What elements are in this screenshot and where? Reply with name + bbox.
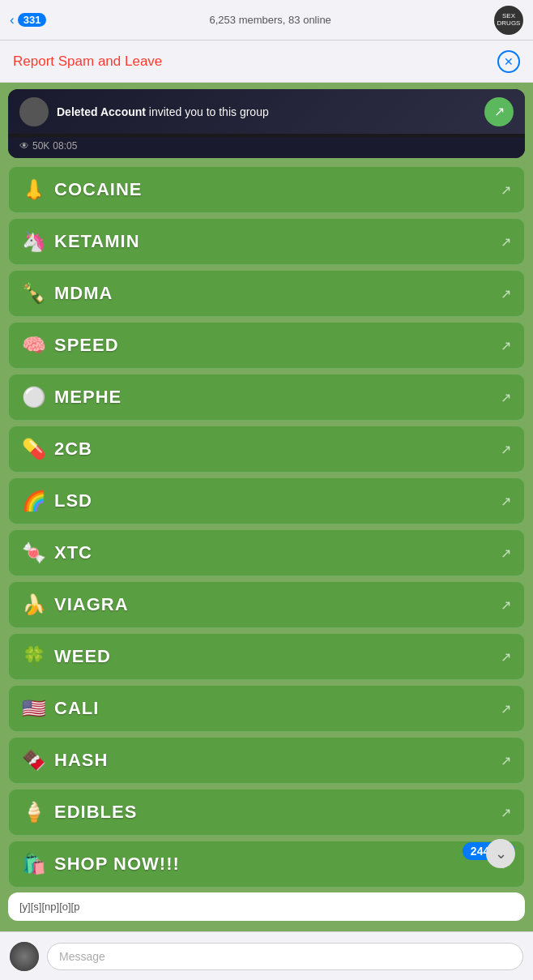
input-placeholder: Message: [59, 950, 105, 963]
xtc-emoji: 🍬: [22, 541, 46, 564]
menu-item-left: 🇺🇸 CALI: [22, 697, 99, 720]
back-badge: 331: [18, 13, 47, 27]
menu-item-left: 💊 2CB: [22, 438, 92, 460]
menu-item-left: 🍀 WEED: [22, 645, 111, 668]
bottom-bar: Message: [0, 931, 533, 980]
menu-item-speed[interactable]: 🧠 SPEED ↗: [8, 322, 525, 369]
view-count: 50K: [32, 140, 49, 152]
xtc-arrow-icon: ↗: [501, 546, 511, 561]
menu-item-cali[interactable]: 🇺🇸 CALI ↗: [8, 685, 525, 732]
group-icon-label: SEXDRUGS: [497, 13, 521, 28]
scroll-down-button[interactable]: ⌄: [486, 839, 515, 868]
message-input[interactable]: Message: [47, 943, 523, 970]
mdma-arrow-icon: ↗: [501, 286, 511, 302]
viagra-arrow-icon: ↗: [501, 597, 511, 613]
menu-item-mephe[interactable]: ⚪ MEPHE ↗: [8, 374, 525, 421]
cali-label: CALI: [54, 698, 99, 719]
menu-item-viagra[interactable]: 🍌 VIAGRA ↗: [8, 581, 525, 628]
menu-item-left: 🦄 KETAMIN: [22, 230, 140, 253]
top-bar: ‹ 331 6,253 members, 83 online SEXDRUGS: [0, 0, 533, 41]
menu-item-left: 🍾 MDMA: [22, 282, 113, 305]
weed-arrow-icon: ↗: [501, 649, 511, 665]
hash-arrow-icon: ↗: [501, 753, 511, 768]
user-avatar: [10, 942, 39, 971]
edibles-label: EDIBLES: [54, 802, 137, 823]
invite-sender: Deleted Account: [57, 105, 146, 118]
lsd-label: LSD: [54, 490, 92, 511]
back-button[interactable]: ‹ 331: [10, 12, 46, 28]
ketamin-emoji: 🦄: [22, 230, 46, 253]
close-icon: ✕: [504, 55, 514, 68]
menu-item-edibles[interactable]: 🍦 EDIBLES ↗: [8, 789, 525, 836]
top-bar-left: ‹ 331: [10, 12, 46, 28]
member-info: 6,253 members, 83 online: [210, 14, 331, 26]
mdma-emoji: 🍾: [22, 282, 46, 305]
menu-item-left: 🍦 EDIBLES: [22, 801, 137, 824]
spam-banner: Report Spam and Leave ✕: [0, 41, 533, 83]
menu-list: 👃 COCAINE ↗ 🦄 KETAMIN ↗ 🍾 MDMA ↗ 🧠 SPEED: [8, 166, 525, 888]
shop-label: SHOP NOW!!!: [54, 854, 180, 875]
invite-message: Deleted Account invited you to this grou…: [57, 105, 484, 118]
group-avatar[interactable]: SEXDRUGS: [494, 6, 523, 35]
weed-emoji: 🍀: [22, 645, 46, 668]
menu-item-left: 🌈 LSD: [22, 490, 92, 512]
share-icon: ↗: [494, 104, 505, 119]
lsd-emoji: 🌈: [22, 490, 46, 512]
edibles-emoji: 🍦: [22, 801, 46, 824]
mephe-arrow-icon: ↗: [501, 390, 511, 405]
menu-item-left: 🍌 VIAGRA: [22, 593, 129, 616]
menu-item-cocaine[interactable]: 👃 COCAINE ↗: [8, 166, 525, 213]
menu-item-hash[interactable]: 🍫 HASH ↗: [8, 737, 525, 784]
weed-label: WEED: [54, 646, 111, 667]
menu-item-lsd[interactable]: 🌈 LSD ↗: [8, 477, 525, 524]
menu-item-left: 🍫 HASH: [22, 749, 108, 772]
invite-bubble: Deleted Account invited you to this grou…: [8, 89, 525, 158]
speed-emoji: 🧠: [22, 334, 46, 357]
chevron-down-icon: ⌄: [495, 845, 507, 862]
share-button[interactable]: ↗: [484, 97, 514, 126]
viagra-label: VIAGRA: [54, 594, 129, 615]
cocaine-arrow-icon: ↗: [501, 182, 511, 198]
message-preview-text: [y][s][np][o][p: [19, 901, 79, 913]
menu-item-2cb[interactable]: 💊 2CB ↗: [8, 426, 525, 473]
menu-item-left: 🛍️ SHOP NOW!!!: [22, 853, 180, 875]
mephe-label: MEPHE: [54, 387, 122, 408]
eye-icon: 👁: [19, 140, 29, 152]
menu-item-left: 👃 COCAINE: [22, 178, 142, 201]
mdma-label: MDMA: [54, 283, 113, 304]
menu-item-xtc[interactable]: 🍬 XTC ↗: [8, 529, 525, 576]
cali-emoji: 🇺🇸: [22, 697, 46, 720]
spam-text: Report Spam and Leave: [13, 53, 162, 70]
2cb-label: 2CB: [54, 439, 92, 460]
cocaine-label: COCAINE: [54, 179, 142, 200]
menu-item-ketamin[interactable]: 🦄 KETAMIN ↗: [8, 218, 525, 265]
menu-item-left: 🍬 XTC: [22, 541, 92, 564]
hash-emoji: 🍫: [22, 749, 46, 772]
menu-item-shop[interactable]: 🛍️ SHOP NOW!!! ↗: [8, 841, 525, 888]
cocaine-emoji: 👃: [22, 178, 46, 201]
2cb-arrow-icon: ↗: [501, 442, 511, 457]
edibles-arrow-icon: ↗: [501, 805, 511, 820]
2cb-emoji: 💊: [22, 438, 46, 460]
menu-item-left: 🧠 SPEED: [22, 334, 119, 357]
ketamin-label: KETAMIN: [54, 231, 140, 252]
menu-item-weed[interactable]: 🍀 WEED ↗: [8, 633, 525, 680]
message-time: 08:05: [53, 140, 77, 152]
speed-arrow-icon: ↗: [501, 338, 511, 353]
hash-label: HASH: [54, 750, 108, 771]
invite-suffix: invited you to this group: [149, 105, 269, 118]
ketamin-arrow-icon: ↗: [501, 234, 511, 250]
speed-label: SPEED: [54, 335, 119, 356]
viagra-emoji: 🍌: [22, 593, 46, 616]
cali-arrow-icon: ↗: [501, 701, 511, 717]
mephe-emoji: ⚪: [22, 386, 46, 409]
shop-emoji: 🛍️: [22, 853, 46, 875]
chat-area: Deleted Account invited you to this grou…: [0, 83, 533, 931]
menu-item-mdma[interactable]: 🍾 MDMA ↗: [8, 270, 525, 317]
back-chevron-icon: ‹: [10, 12, 15, 28]
spam-close-button[interactable]: ✕: [497, 50, 520, 73]
message-preview: [y][s][np][o][p: [8, 892, 525, 921]
lsd-arrow-icon: ↗: [501, 494, 511, 509]
menu-item-left: ⚪ MEPHE: [22, 386, 122, 409]
xtc-label: XTC: [54, 542, 92, 563]
